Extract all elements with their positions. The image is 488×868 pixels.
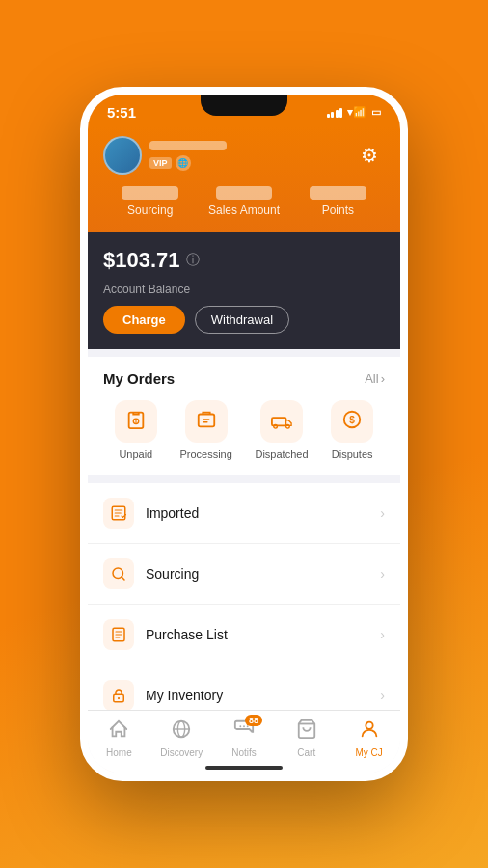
profile-info: VIP 🌐: [149, 141, 227, 171]
purchase-list-label: Purchase List: [146, 627, 228, 642]
purchase-list-chevron: ›: [380, 627, 385, 642]
phone-shell: 5:51 ▾📶 ▭ VIP 🌐: [80, 87, 408, 781]
purchase-list-left: Purchase List: [103, 619, 228, 650]
stat-sales-label: Sales Amount: [197, 203, 290, 217]
processing-icon: [196, 409, 217, 434]
stat-sourcing: Sourcing: [103, 186, 197, 217]
list-item-purchase-list[interactable]: Purchase List ›: [88, 605, 400, 665]
nav-home[interactable]: Home: [95, 719, 143, 758]
svg-point-20: [366, 722, 372, 729]
unpaid-icon: [125, 409, 147, 435]
svg-rect-2: [198, 415, 214, 427]
stat-points-label: Points: [291, 203, 385, 217]
settings-button[interactable]: ⚙: [354, 140, 385, 171]
unpaid-label: Unpaid: [119, 448, 152, 460]
my-cj-label: My CJ: [355, 747, 382, 758]
processing-label: Processing: [179, 448, 231, 460]
orders-all-button[interactable]: All ›: [365, 371, 385, 386]
disputes-icon: $: [341, 409, 363, 434]
purchase-list-icon: [103, 619, 134, 650]
nav-cart[interactable]: Cart: [283, 719, 331, 758]
imported-chevron: ›: [380, 505, 385, 521]
home-indicator: [205, 766, 283, 770]
orders-grid: Unpaid Processing: [103, 400, 385, 460]
sourcing-chevron: ›: [380, 566, 385, 582]
orders-title: My Orders: [103, 370, 175, 387]
chevron-right-icon: ›: [381, 371, 385, 386]
svg-point-18: [243, 725, 245, 727]
svg-point-17: [239, 725, 241, 727]
charge-button[interactable]: Charge: [103, 306, 185, 334]
avatar: [103, 136, 142, 175]
status-time: 5:51: [107, 104, 136, 121]
unpaid-icon-wrap: [115, 400, 157, 443]
my-inventory-left: My Inventory: [103, 680, 223, 711]
home-icon: [108, 719, 129, 745]
discovery-label: Discovery: [160, 747, 203, 758]
svg-point-5: [286, 425, 290, 429]
sourcing-icon: [103, 558, 134, 589]
my-cj-icon: [359, 719, 380, 745]
notifs-badge: 88: [245, 715, 262, 726]
profile-row: VIP 🌐 ⚙: [103, 136, 385, 175]
orders-section: My Orders All ›: [88, 357, 400, 475]
info-icon[interactable]: ⓘ: [186, 252, 200, 269]
order-dispatched[interactable]: Dispatched: [255, 400, 308, 460]
list-item-sourcing[interactable]: Sourcing ›: [88, 544, 400, 605]
order-processing[interactable]: Processing: [179, 400, 231, 460]
sourcing-left: Sourcing: [103, 558, 199, 589]
order-disputes[interactable]: $ Disputes: [331, 400, 373, 460]
notifs-label: Notifs: [231, 747, 257, 758]
status-icons: ▾📶 ▭: [327, 106, 382, 119]
stat-points-value: [310, 186, 366, 200]
stat-points: Points: [291, 186, 385, 217]
cart-label: Cart: [297, 747, 315, 758]
svg-rect-3: [272, 418, 286, 425]
bottom-nav: Home Discovery: [88, 710, 400, 773]
processing-icon-wrap: [185, 400, 228, 443]
nav-notifs[interactable]: 88 Notifs: [220, 719, 268, 758]
phone-screen: 5:51 ▾📶 ▭ VIP 🌐: [88, 95, 400, 773]
header-section: VIP 🌐 ⚙ Sourcing Sales Amount: [88, 126, 400, 232]
stat-sales-value: [216, 186, 272, 200]
stat-sourcing-label: Sourcing: [103, 203, 197, 217]
dispatched-icon-wrap: [260, 400, 303, 443]
wifi-icon: ▾📶: [347, 106, 366, 119]
sourcing-label: Sourcing: [146, 566, 199, 582]
home-label: Home: [106, 747, 132, 758]
nav-discovery[interactable]: Discovery: [157, 719, 205, 758]
svg-point-12: [118, 697, 120, 699]
balance-row: $103.71 ⓘ: [103, 248, 385, 273]
profile-badges: VIP 🌐: [149, 155, 227, 171]
nav-my-cj[interactable]: My CJ: [345, 719, 393, 758]
dispatched-icon: [271, 409, 292, 434]
profile-left: VIP 🌐: [103, 136, 227, 175]
list-item-imported[interactable]: Imported ›: [88, 483, 400, 544]
my-inventory-chevron: ›: [380, 688, 385, 703]
balance-amount: $103.71: [103, 248, 180, 273]
disputes-label: Disputes: [332, 448, 373, 460]
balance-label: Account Balance: [103, 283, 385, 296]
imported-icon: [103, 498, 134, 529]
signal-icon: [327, 108, 343, 118]
disputes-icon-wrap: $: [331, 400, 373, 443]
notch: [201, 95, 287, 116]
my-inventory-label: My Inventory: [146, 688, 223, 703]
cart-icon: [296, 719, 317, 745]
imported-label: Imported: [146, 505, 199, 521]
profile-name: [149, 141, 227, 150]
stat-sales-amount: Sales Amount: [197, 186, 290, 217]
globe-icon: 🌐: [176, 155, 191, 171]
battery-icon: ▭: [371, 106, 381, 119]
order-unpaid[interactable]: Unpaid: [115, 400, 157, 460]
vip-badge: VIP: [149, 157, 172, 169]
discovery-icon: [171, 719, 192, 745]
notifs-badge-wrap: 88: [233, 719, 255, 745]
orders-header: My Orders All ›: [103, 370, 385, 387]
my-inventory-icon: [103, 680, 134, 711]
svg-text:$: $: [349, 415, 355, 425]
dispatched-label: Dispatched: [255, 448, 308, 460]
withdrawal-button[interactable]: Withdrawal: [195, 306, 289, 334]
gear-icon: ⚙: [361, 144, 378, 167]
stat-sourcing-value: [122, 186, 177, 200]
